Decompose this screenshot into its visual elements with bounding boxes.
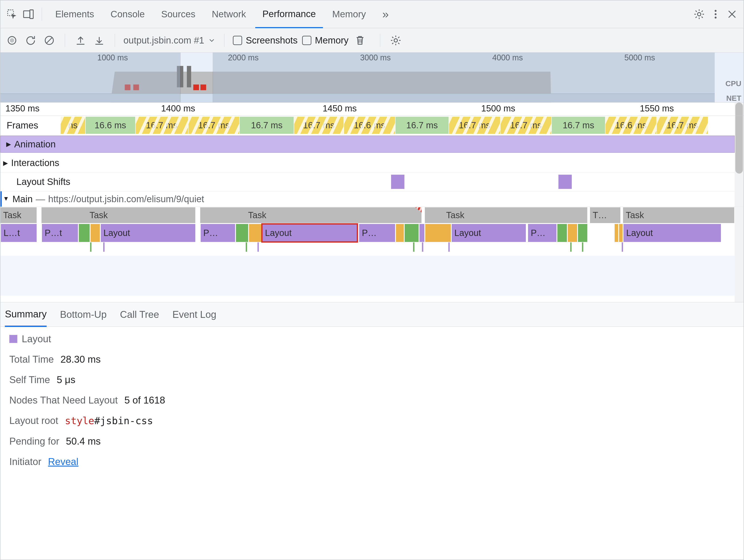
details-tab-event-log[interactable]: Event Log xyxy=(173,302,216,327)
frame-cell[interactable]: 16.6 ms xyxy=(605,117,657,134)
checkbox-icon xyxy=(233,36,242,45)
flame-event[interactable] xyxy=(425,224,451,242)
flame-subtick xyxy=(448,242,450,252)
recording-selector-label: output.jsbin.com #1 xyxy=(123,35,204,46)
details-tab-bottom-up[interactable]: Bottom-Up xyxy=(60,302,107,327)
upload-icon[interactable] xyxy=(73,33,88,47)
flame-chart[interactable]: 1350 ms 1400 ms 1450 ms 1500 ms 1550 ms … xyxy=(0,103,744,302)
overview-strip[interactable]: 1000 ms 2000 ms 3000 ms 4000 ms 5000 ms … xyxy=(0,52,744,103)
screenshots-checkbox[interactable]: Screenshots xyxy=(233,35,297,46)
overview-selection-window[interactable] xyxy=(180,52,213,102)
frame-cell[interactable]: 16.7 ms xyxy=(657,117,708,134)
inspect-icon[interactable] xyxy=(5,7,19,21)
task-event[interactable]: T… xyxy=(590,207,621,223)
frame-cell[interactable]: 16.6 ms xyxy=(86,117,136,134)
flame-row: L…tP…tLayoutP…LayoutP…LayoutP…Layout xyxy=(0,224,735,242)
close-icon[interactable] xyxy=(725,7,739,21)
layout-shift-event[interactable] xyxy=(558,175,572,189)
interactions-track[interactable]: ▶ Interactions xyxy=(0,154,735,173)
frame-cell[interactable]: 16.7 ms xyxy=(500,117,552,134)
flame-event[interactable] xyxy=(396,224,404,242)
flame-subtick xyxy=(103,242,105,252)
tasks-row: TaskTaskTaskTaskT…Task xyxy=(0,207,735,224)
kebab-icon[interactable] xyxy=(708,7,723,21)
flame-event[interactable]: P… xyxy=(200,224,235,242)
flame-subtick xyxy=(246,242,247,252)
chevron-down-icon xyxy=(208,36,216,44)
frame-cell[interactable]: 16.7 ms xyxy=(449,117,500,134)
tab-elements[interactable]: Elements xyxy=(48,0,101,28)
flame-event[interactable]: P… xyxy=(359,224,395,242)
clear-icon[interactable] xyxy=(42,33,57,47)
animation-track[interactable]: ▶ Animation xyxy=(0,135,735,154)
tab-performance[interactable]: Performance xyxy=(255,1,323,28)
flame-event[interactable] xyxy=(557,224,567,242)
summary-nodes: Nodes That Need Layout 5 of 1618 xyxy=(9,395,735,406)
tab-sources[interactable]: Sources xyxy=(154,0,202,28)
frame-cell[interactable]: 16.6 ms xyxy=(344,117,396,134)
animation-track-header[interactable]: ▶ Animation xyxy=(2,139,59,150)
device-toolbar-icon[interactable] xyxy=(21,7,36,21)
svg-point-8 xyxy=(10,38,14,43)
memory-checkbox[interactable]: Memory xyxy=(302,35,349,46)
capture-settings-icon[interactable] xyxy=(388,33,403,47)
tab-more[interactable]: » xyxy=(375,0,396,28)
settings-icon[interactable] xyxy=(692,7,706,21)
flame-event[interactable] xyxy=(567,224,578,242)
svg-point-10 xyxy=(394,39,398,42)
details-tab-summary[interactable]: Summary xyxy=(5,303,47,327)
frame-cell[interactable]: 16.7 ms xyxy=(136,117,188,134)
tab-console[interactable]: Console xyxy=(104,0,152,28)
download-icon[interactable] xyxy=(92,33,106,47)
frame-cell[interactable]: 16.7 ms xyxy=(188,117,240,134)
trash-icon[interactable] xyxy=(353,33,367,47)
task-event[interactable]: Task xyxy=(425,207,588,223)
flame-event[interactable] xyxy=(619,224,623,242)
reload-icon[interactable] xyxy=(24,33,38,47)
task-event[interactable]: Task xyxy=(623,207,735,223)
interactions-track-header[interactable]: ▶ Interactions xyxy=(2,158,59,168)
frame-cell[interactable]: 16.7 ms xyxy=(240,117,294,134)
flame-event[interactable] xyxy=(404,224,419,242)
flame-event[interactable]: L…t xyxy=(0,224,37,242)
tab-memory[interactable]: Memory xyxy=(325,0,373,28)
details-tab-call-tree[interactable]: Call Tree xyxy=(120,302,159,327)
summary-initiator: Initiator Reveal xyxy=(9,456,735,467)
flame-event[interactable]: P…t xyxy=(41,224,78,242)
flame-event[interactable] xyxy=(419,224,425,242)
overview-shade-right xyxy=(213,52,715,102)
flame-event[interactable] xyxy=(249,224,262,242)
flame-event[interactable] xyxy=(235,224,249,242)
flame-subtick xyxy=(413,242,414,252)
main-tab-bar: Elements Console Sources Network Perform… xyxy=(0,0,744,28)
flame-event[interactable] xyxy=(78,224,90,242)
flame-event[interactable]: Layout xyxy=(100,224,196,242)
details-tab-bar: Summary Bottom-Up Call Tree Event Log xyxy=(0,302,744,327)
reveal-link[interactable]: Reveal xyxy=(48,456,78,467)
flame-event[interactable] xyxy=(90,224,100,242)
flame-event[interactable]: Layout xyxy=(623,224,721,242)
flame-event[interactable]: Layout xyxy=(262,224,357,242)
frame-cell[interactable]: ns xyxy=(61,117,85,134)
task-event[interactable]: Task xyxy=(0,207,37,223)
animation-label: Animation xyxy=(14,139,56,150)
tab-network[interactable]: Network xyxy=(204,0,253,28)
frame-cell[interactable]: 16.7 ms xyxy=(552,117,605,134)
flame-event[interactable]: P… xyxy=(528,224,557,242)
recording-selector[interactable]: output.jsbin.com #1 xyxy=(123,35,216,46)
flame-event[interactable]: Layout xyxy=(451,224,526,242)
main-track-header[interactable]: ▼ Main — https://output.jsbin.com/elisum… xyxy=(0,191,744,207)
expand-icon: ▶ xyxy=(2,159,9,167)
task-event[interactable]: Task xyxy=(200,207,422,223)
frame-cell[interactable]: 16.7 ms xyxy=(396,117,449,134)
flame-event[interactable] xyxy=(614,224,619,242)
flame-event[interactable] xyxy=(578,224,588,242)
summary-label: Nodes That Need Layout xyxy=(9,395,118,406)
record-icon[interactable] xyxy=(5,33,19,47)
ruler-tick: 1350 ms xyxy=(5,104,39,113)
frame-cell[interactable]: 16.7 ms xyxy=(294,117,344,134)
task-event[interactable]: Task xyxy=(41,207,196,223)
layout-shifts-track[interactable]: Layout Shifts xyxy=(0,173,735,191)
overview-net-label: NET xyxy=(726,94,741,103)
layout-shift-event[interactable] xyxy=(391,175,404,189)
